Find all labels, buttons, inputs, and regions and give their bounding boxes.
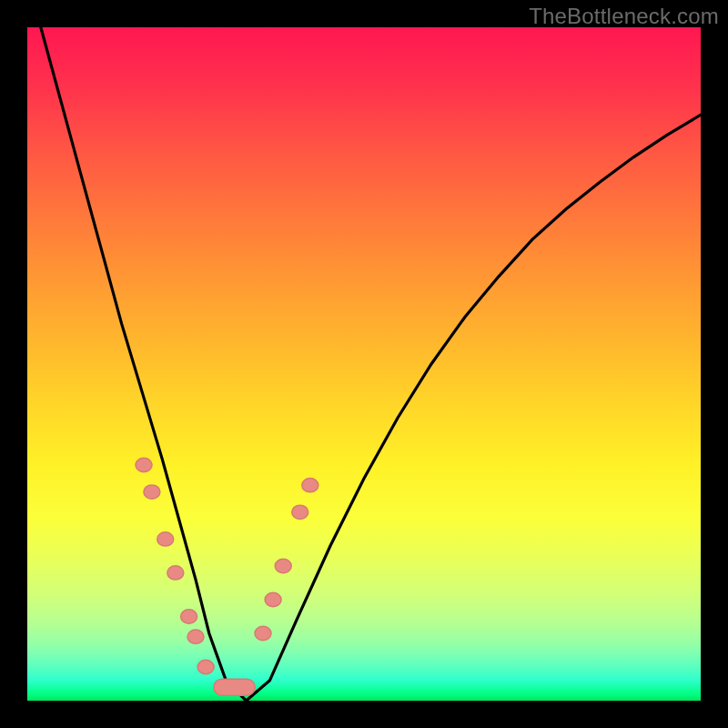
chart-svg bbox=[27, 27, 701, 701]
chart-frame: TheBottleneck.com bbox=[0, 0, 728, 728]
watermark-text: TheBottleneck.com bbox=[529, 4, 719, 29]
curve-marker bbox=[167, 566, 184, 580]
curve-marker bbox=[157, 532, 174, 546]
valley-marker bbox=[214, 679, 255, 695]
curve-marker bbox=[197, 660, 214, 673]
curve-marker bbox=[292, 505, 308, 519]
curve-marker bbox=[265, 592, 281, 606]
markers-left bbox=[136, 458, 214, 673]
curve-marker bbox=[302, 479, 318, 492]
valley-bar bbox=[214, 679, 255, 695]
curve-marker bbox=[255, 626, 271, 640]
curve-marker bbox=[181, 610, 197, 623]
curve-marker bbox=[144, 485, 160, 499]
curve-marker bbox=[187, 630, 204, 643]
plot-area bbox=[27, 27, 701, 701]
markers-right bbox=[255, 479, 318, 641]
bottleneck-curve bbox=[41, 27, 701, 701]
curve-marker bbox=[275, 559, 291, 572]
curve-marker bbox=[136, 458, 152, 471]
